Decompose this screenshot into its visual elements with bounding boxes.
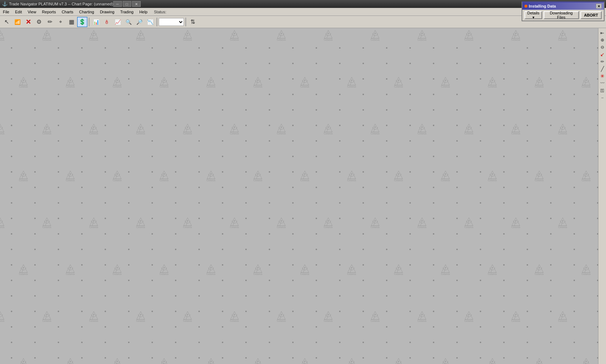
- sidebar-pen[interactable]: ✏: [599, 58, 606, 65]
- sidebar-line[interactable]: ╱: [599, 66, 606, 72]
- right-sidebar: ⇤ ⊕ ⊖ ↙ ✏ ╱ ✳ 〰 ⚿ ···: [598, 28, 606, 364]
- menu-help[interactable]: Help: [136, 9, 150, 15]
- maximize-button[interactable]: □: [123, 1, 131, 7]
- window-controls[interactable]: ─ □ ✕: [113, 1, 141, 7]
- title-text: Trade Navigator PLATINUM v7.3 -- Chart P…: [9, 2, 113, 6]
- sidebar-zoom-out[interactable]: ⊖: [599, 44, 606, 50]
- minimize-button[interactable]: ─: [113, 1, 122, 7]
- abort-button[interactable]: ABORT: [580, 11, 602, 19]
- tool-connection[interactable]: 📶: [12, 17, 22, 27]
- toolbar: ↖ 📶 ✕ ⚙ ✏ ⌖ ▦ 💲 📊 🕯 📈 🔍 🔎 📉 ⇅: [0, 16, 606, 28]
- status-label: Status:: [154, 10, 166, 14]
- downloading-button[interactable]: Downloading Files: [544, 11, 579, 19]
- menu-reports[interactable]: Reports: [39, 9, 59, 15]
- menu-charts[interactable]: Charts: [59, 9, 76, 15]
- sidebar-more[interactable]: ···: [599, 94, 606, 101]
- menu-charting[interactable]: Charting: [76, 9, 97, 15]
- chart-area[interactable]: [0, 28, 598, 364]
- menu-edit[interactable]: Edit: [12, 9, 25, 15]
- tool-sort[interactable]: ⇅: [188, 17, 198, 27]
- tool-zoom-out[interactable]: 🔎: [134, 17, 144, 27]
- tool-magnify[interactable]: ⌖: [56, 17, 66, 27]
- title-bar: ⚓ Trade Navigator PLATINUM v7.3 -- Chart…: [0, 0, 606, 8]
- popup-title: Installing Data: [529, 4, 556, 8]
- separator-2: [157, 18, 157, 26]
- tool-compress[interactable]: 📉: [145, 17, 155, 27]
- popup-content: Details ▾ Downloading Files ABORT: [522, 10, 604, 21]
- status-bar: Status:: [154, 10, 166, 14]
- menu-view[interactable]: View: [25, 9, 39, 15]
- tool-crosshair[interactable]: ✕: [23, 17, 33, 27]
- tool-table[interactable]: ▦: [66, 17, 76, 27]
- installing-popup: Installing Data ✕ Details ▾ Downloading …: [522, 1, 605, 21]
- menu-bar: File Edit View Reports Charts Charting D…: [0, 8, 606, 16]
- menu-drawing[interactable]: Drawing: [97, 9, 117, 15]
- sidebar-wave[interactable]: 〰: [599, 80, 606, 86]
- close-button[interactable]: ✕: [132, 1, 141, 7]
- sidebar-zoom-in[interactable]: ⊕: [599, 37, 606, 43]
- chart-select[interactable]: [159, 18, 184, 26]
- sidebar-expand[interactable]: ⇤: [599, 30, 606, 36]
- tool-candle[interactable]: 🕯: [102, 17, 112, 27]
- tool-zoom-in[interactable]: 🔍: [123, 17, 133, 27]
- separator-3: [185, 18, 186, 26]
- tool-dollar[interactable]: 💲: [77, 17, 87, 27]
- sidebar-star[interactable]: ✳: [599, 73, 606, 79]
- menu-file[interactable]: File: [0, 9, 12, 15]
- details-button[interactable]: Details ▾: [524, 11, 542, 19]
- popup-close-button[interactable]: ✕: [596, 4, 602, 9]
- sidebar-red-arrow[interactable]: ↙: [599, 51, 606, 58]
- popup-title-bar: Installing Data ✕: [522, 3, 604, 10]
- details-label: Details ▾: [527, 11, 540, 20]
- popup-buttons: Details ▾ Downloading Files ABORT: [524, 11, 602, 19]
- watermark-canvas: [0, 28, 598, 364]
- tool-settings[interactable]: ⚙: [34, 17, 44, 27]
- tool-line-chart[interactable]: 📈: [113, 17, 123, 27]
- separator-1: [89, 18, 89, 26]
- tool-bar-chart[interactable]: 📊: [91, 17, 101, 27]
- main-area: ⇤ ⊕ ⊖ ↙ ✏ ╱ ✳ 〰 ⚿ ···: [0, 28, 606, 364]
- abort-label: ABORT: [584, 13, 598, 17]
- popup-status-dot: [524, 5, 527, 8]
- app-icon: ⚓: [2, 1, 8, 6]
- menu-trading[interactable]: Trading: [117, 9, 136, 15]
- downloading-label: Downloading Files: [547, 11, 575, 19]
- sidebar-pin[interactable]: ⚿: [599, 87, 606, 94]
- tool-pointer[interactable]: ↖: [1, 17, 12, 27]
- tool-pencil[interactable]: ✏: [45, 17, 55, 27]
